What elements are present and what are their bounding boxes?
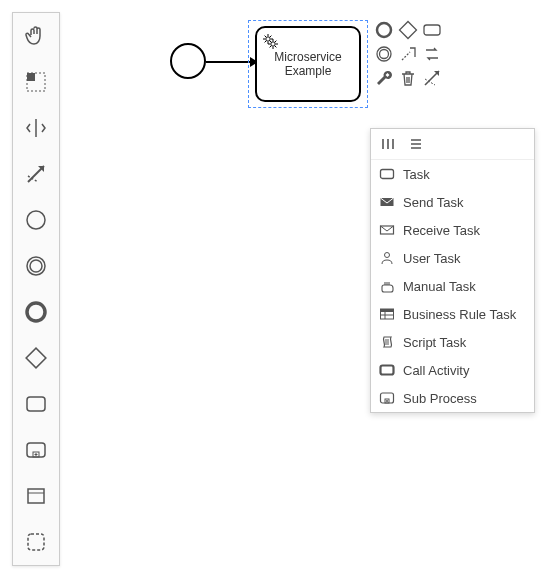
lasso-tool[interactable] (13, 59, 59, 105)
gateway-icon (24, 346, 48, 370)
svg-rect-21 (381, 170, 394, 179)
menu-item-label: Sub Process (403, 391, 477, 406)
create-group[interactable] (13, 519, 59, 565)
svg-rect-10 (28, 489, 44, 503)
svg-point-2 (27, 211, 45, 229)
replace-option-receive-task[interactable]: Receive Task (371, 216, 534, 244)
create-end-event[interactable] (13, 289, 59, 335)
user-task-icon (379, 250, 395, 266)
svg-rect-18 (424, 25, 440, 35)
grid-view-icon (381, 137, 395, 151)
manual-task-icon (379, 278, 395, 294)
replace-option-sub-process[interactable]: Sub Process (371, 384, 534, 412)
end-event-icon (374, 20, 394, 40)
list-view-icon (409, 137, 423, 151)
create-gateway[interactable] (13, 335, 59, 381)
replace-option-user-task[interactable]: User Task (371, 244, 534, 272)
space-tool[interactable] (13, 105, 59, 151)
svg-rect-11 (28, 534, 44, 550)
diagram-canvas[interactable]: Microservice Example (60, 0, 550, 576)
task-label: Microservice Example (274, 50, 341, 78)
hand-icon (24, 24, 48, 48)
space-icon (24, 116, 48, 140)
append-task[interactable] (420, 18, 444, 42)
svg-rect-6 (26, 348, 46, 368)
create-task[interactable] (13, 381, 59, 427)
group-icon (24, 530, 48, 554)
svg-point-15 (271, 42, 275, 46)
end-event-icon (24, 300, 48, 324)
intermediate-event-icon (374, 44, 394, 64)
svg-rect-17 (400, 22, 417, 39)
replace-option-call-activity[interactable]: Call Activity (371, 356, 534, 384)
start-event-icon (24, 208, 48, 232)
context-pad (372, 18, 450, 90)
sub-process-icon (379, 390, 395, 406)
service-task-node[interactable]: Microservice Example (255, 26, 361, 102)
replace-option-business-rule-task[interactable]: Business Rule Task (371, 300, 534, 328)
gateway-icon (398, 20, 418, 40)
create-subprocess-expanded[interactable] (13, 427, 59, 473)
receive-task-icon (379, 222, 395, 238)
task-icon (379, 166, 395, 182)
call-activity-icon (379, 362, 395, 378)
svg-point-5 (27, 303, 45, 321)
create-start-event[interactable] (13, 197, 59, 243)
replace-option-script-task[interactable]: Script Task (371, 328, 534, 356)
menu-item-label: Task (403, 167, 430, 182)
view-grid-button[interactable] (379, 135, 397, 153)
service-task-marker-icon (261, 32, 279, 50)
svg-point-24 (385, 253, 390, 258)
append-intermediate-event[interactable] (372, 42, 396, 66)
svg-point-20 (380, 50, 389, 59)
replace-option-manual-task[interactable]: Manual Task (371, 272, 534, 300)
svg-rect-0 (27, 73, 35, 81)
svg-rect-27 (381, 366, 394, 375)
svg-point-16 (377, 23, 391, 37)
tool-palette (12, 12, 60, 566)
replace-menu-header (371, 129, 534, 160)
global-connect-tool[interactable] (13, 151, 59, 197)
append-end-event[interactable] (372, 18, 396, 42)
lasso-icon (24, 70, 48, 94)
subprocess-expanded-icon (24, 438, 48, 462)
data-object-icon (24, 484, 48, 508)
task-icon (24, 392, 48, 416)
trash-icon (398, 68, 418, 88)
send-task-icon (379, 194, 395, 210)
svg-rect-7 (27, 397, 45, 411)
replace-option-send-task[interactable]: Send Task (371, 188, 534, 216)
svg-rect-26 (381, 309, 394, 312)
business-rule-icon (379, 306, 395, 322)
script-task-icon (379, 334, 395, 350)
menu-item-label: Receive Task (403, 223, 480, 238)
menu-item-label: Send Task (403, 195, 463, 210)
svg-point-4 (30, 260, 42, 272)
append-text-annotation[interactable] (396, 42, 420, 66)
replace-element[interactable] (420, 42, 444, 66)
menu-item-label: Call Activity (403, 363, 469, 378)
connect-icon (422, 68, 442, 88)
menu-item-label: Business Rule Task (403, 307, 516, 322)
start-event-node[interactable] (170, 43, 206, 79)
append-gateway[interactable] (396, 18, 420, 42)
connect-from[interactable] (420, 66, 444, 90)
wrench-action[interactable] (372, 66, 396, 90)
replace-menu: Task Send Task Receive Task User Task Ma… (370, 128, 535, 413)
replace-icon (422, 44, 442, 64)
create-data-object[interactable] (13, 473, 59, 519)
create-intermediate-event[interactable] (13, 243, 59, 289)
hand-tool[interactable] (13, 13, 59, 59)
connect-icon (24, 162, 48, 186)
replace-menu-list: Task Send Task Receive Task User Task Ma… (371, 160, 534, 412)
wrench-icon (374, 68, 394, 88)
view-list-button[interactable] (407, 135, 425, 153)
intermediate-event-icon (24, 254, 48, 278)
menu-item-label: User Task (403, 251, 461, 266)
menu-item-label: Script Task (403, 335, 466, 350)
task-icon (422, 20, 442, 40)
delete-element[interactable] (396, 66, 420, 90)
svg-point-14 (266, 37, 270, 41)
replace-option-task[interactable]: Task (371, 160, 534, 188)
menu-item-label: Manual Task (403, 279, 476, 294)
